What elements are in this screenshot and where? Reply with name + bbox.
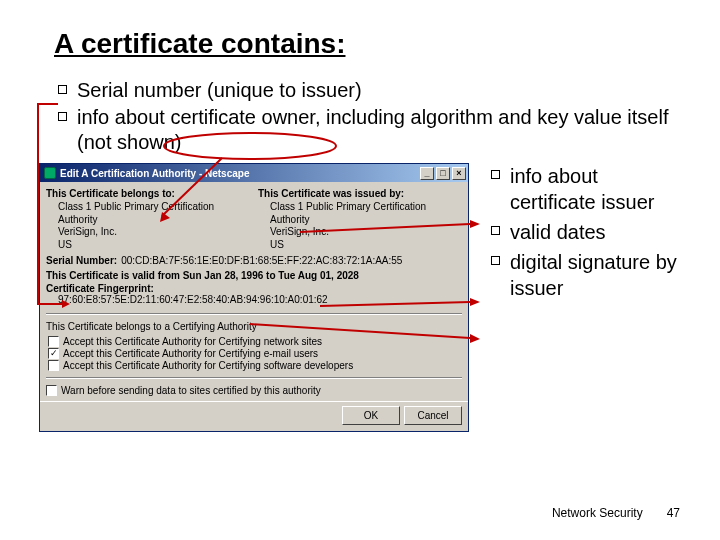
slide-title: A certificate contains: (54, 28, 680, 60)
checkbox[interactable] (48, 360, 59, 371)
cancel-button[interactable]: Cancel (404, 406, 462, 425)
bullet-text: valid dates (510, 219, 606, 245)
serial-row: Serial Number: 00:CD:BA:7F:56:1E:E0:DF:B… (46, 255, 462, 266)
belongs-to-heading: This Certificate belongs to: (46, 188, 250, 199)
screenshot-dialog: Edit A Certification Authority - Netscap… (39, 163, 469, 432)
check-row: Accept this Certificate Authority for Ce… (48, 336, 462, 347)
belongs-to-block: Class 1 Public Primary Certification Aut… (58, 201, 250, 251)
checkbox[interactable] (46, 385, 57, 396)
fingerprint-row: Certificate Fingerprint: (46, 283, 462, 294)
list-item: info about certificate owner, including … (58, 105, 680, 155)
minimize-button[interactable]: _ (420, 167, 434, 180)
bullet-text: info about certificate owner, including … (77, 105, 680, 155)
serial-label: Serial Number: (46, 255, 117, 266)
check-label: Accept this Certificate Authority for Ce… (63, 336, 322, 347)
list-item: valid dates (491, 219, 680, 245)
cert-line: Class 1 Public Primary Certification (270, 201, 462, 214)
bullet-text: info about certificate issuer (510, 163, 680, 215)
page-number: 47 (667, 506, 680, 520)
cert-line: US (270, 239, 462, 252)
accept-checklist: Accept this Certificate Authority for Ce… (48, 336, 462, 371)
validity-line: This Certificate is valid from Sun Jan 2… (46, 270, 462, 281)
cert-line: VeriSign, Inc. (58, 226, 250, 239)
issued-by-heading: This Certificate was issued by: (258, 188, 462, 199)
footer-label: Network Security (552, 506, 643, 520)
divider (46, 313, 462, 315)
checkbox[interactable] (48, 336, 59, 347)
authority-note: This Certificate belongs to a Certifying… (46, 321, 462, 332)
square-bullet-icon (491, 226, 500, 235)
app-icon (44, 167, 56, 179)
issued-by-block: Class 1 Public Primary Certification Aut… (270, 201, 462, 251)
slide-footer: Network Security 47 (552, 506, 680, 520)
square-bullet-icon (58, 85, 67, 94)
ok-button[interactable]: OK (342, 406, 400, 425)
square-bullet-icon (58, 112, 67, 121)
warn-row: Warn before sending data to sites certif… (46, 385, 462, 396)
check-label: Warn before sending data to sites certif… (61, 385, 321, 396)
window-titlebar: Edit A Certification Authority - Netscap… (40, 164, 468, 182)
bullet-text: Serial number (unique to issuer) (77, 78, 362, 103)
check-row: Accept this Certificate Authority for Ce… (48, 360, 462, 371)
list-item: Serial number (unique to issuer) (58, 78, 680, 103)
cert-line: Authority (58, 214, 250, 227)
check-row: ✓ Accept this Certificate Authority for … (48, 348, 462, 359)
square-bullet-icon (491, 170, 500, 179)
top-bullet-list: Serial number (unique to issuer) info ab… (58, 78, 680, 155)
list-item: digital signature by issuer (491, 249, 680, 301)
fingerprint-value: 97:60:E8:57:5E:D2:11:60:47:E2:58:40:AB:9… (58, 294, 462, 307)
divider (46, 377, 462, 379)
fingerprint-label: Certificate Fingerprint: (46, 283, 154, 294)
list-item: info about certificate issuer (491, 163, 680, 215)
cert-line: US (58, 239, 250, 252)
maximize-button[interactable]: □ (436, 167, 450, 180)
close-button[interactable]: × (452, 167, 466, 180)
side-bullet-list: info about certificate issuer valid date… (491, 163, 680, 305)
bullet-text: digital signature by issuer (510, 249, 680, 301)
cert-line: Class 1 Public Primary Certification (58, 201, 250, 214)
cert-line: VeriSign, Inc. (270, 226, 462, 239)
cert-line: Authority (270, 214, 462, 227)
checkbox[interactable]: ✓ (48, 348, 59, 359)
window-title: Edit A Certification Authority - Netscap… (60, 168, 249, 179)
square-bullet-icon (491, 256, 500, 265)
serial-value: 00:CD:BA:7F:56:1E:E0:DF:B1:68:5E:FF:22:A… (121, 255, 402, 266)
check-label: Accept this Certificate Authority for Ce… (63, 360, 353, 371)
check-label: Accept this Certificate Authority for Ce… (63, 348, 318, 359)
